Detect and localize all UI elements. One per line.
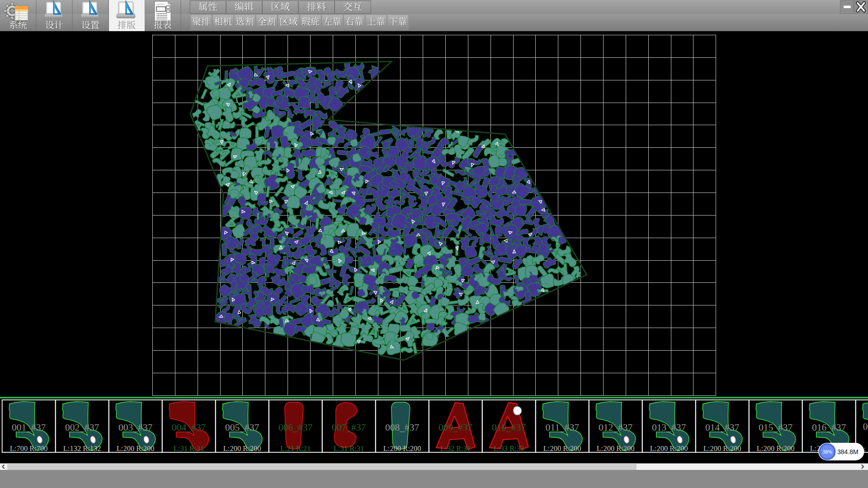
svg-text:014_#37: 014_#37: [705, 422, 740, 433]
svg-text:001_#37: 001_#37: [12, 422, 46, 433]
svg-text:L:31 R:31: L:31 R:31: [334, 444, 364, 453]
svg-text:010_#37: 010_#37: [492, 422, 526, 433]
svg-text:006_#37: 006_#37: [278, 422, 313, 433]
svg-text:L:200 R:200: L:200 R:200: [117, 444, 155, 453]
svg-text:L:33 R:33: L:33 R:33: [494, 444, 524, 453]
svg-text:005_#37: 005_#37: [225, 422, 259, 433]
svg-text:003_#37: 003_#37: [118, 422, 153, 433]
svg-text:011_#37: 011_#37: [545, 422, 579, 433]
svg-text:L:200 R:200: L:200 R:200: [383, 444, 421, 453]
svg-text:009_#37: 009_#37: [439, 422, 472, 433]
svg-text:L:200 R:200: L:200 R:200: [650, 444, 688, 453]
svg-text:L:200 R:200: L:200 R:200: [543, 444, 581, 453]
svg-text:015_#37: 015_#37: [759, 422, 793, 433]
svg-text:0: 0: [863, 421, 868, 432]
svg-text:008_#37: 008_#37: [385, 422, 420, 433]
svg-text:016_#37: 016_#37: [812, 422, 846, 433]
svg-text:002_#37: 002_#37: [65, 422, 99, 433]
svg-text:013_#37: 013_#37: [652, 422, 686, 433]
svg-text:012_#37: 012_#37: [599, 422, 633, 433]
svg-text:L:200 R:200: L:200 R:200: [597, 444, 635, 453]
svg-text:L:31 R:31: L:31 R:31: [174, 444, 204, 453]
svg-text:L:700 R:700: L:700 R:700: [10, 444, 48, 453]
svg-text:L:200 R:200: L:200 R:200: [223, 444, 261, 453]
svg-text:38%: 38%: [822, 449, 832, 455]
svg-text:004_#37: 004_#37: [172, 422, 206, 433]
svg-text:384.8M: 384.8M: [837, 448, 859, 455]
svg-text:L:200 R:200: L:200 R:200: [757, 444, 795, 453]
svg-text:007_#37: 007_#37: [332, 422, 366, 433]
svg-text:L:200 R:200: L:200 R:200: [703, 444, 741, 453]
svg-text:L:21 R:21: L:21 R:21: [280, 444, 311, 453]
svg-text:L:32 R:31: L:32 R:31: [440, 444, 471, 453]
svg-text:L:132 R:132: L:132 R:132: [63, 444, 101, 453]
